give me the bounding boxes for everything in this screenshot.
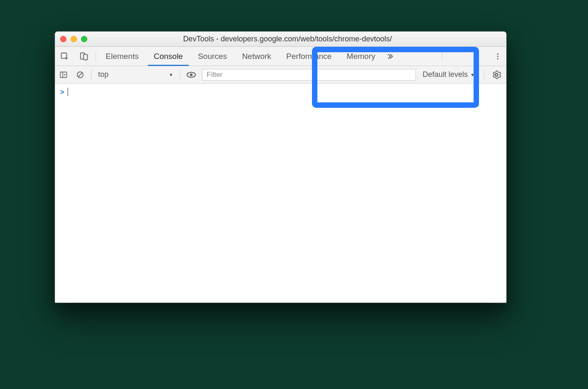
console-prompt[interactable]: > (57, 87, 504, 97)
svg-point-4 (497, 56, 498, 57)
settings-icon[interactable] (487, 70, 506, 79)
window-title: DevTools - developers.google.com/web/too… (95, 35, 501, 43)
tab-label: Console (154, 52, 183, 61)
filter-wrap: Filter (200, 69, 416, 81)
tab-network[interactable]: Network (235, 47, 279, 66)
live-expression-icon[interactable] (183, 70, 200, 80)
svg-point-12 (495, 74, 498, 76)
zoom-window-button[interactable] (81, 36, 87, 42)
show-sidebar-icon[interactable] (55, 71, 72, 79)
tab-performance[interactable]: Performance (279, 47, 339, 66)
panel-tab-bar: Elements Console Sources Network Perform… (55, 47, 506, 66)
tab-memory[interactable]: Memory (339, 47, 383, 66)
separator (96, 51, 96, 61)
tab-label: Sources (198, 52, 227, 61)
title-bar: DevTools - developers.google.com/web/too… (55, 32, 506, 47)
dropdown-caret-icon: ▼ (169, 72, 173, 77)
minimize-window-button[interactable] (71, 36, 77, 42)
console-body[interactable]: > (55, 84, 506, 303)
separator (91, 70, 91, 80)
svg-rect-2 (84, 54, 87, 60)
close-window-button[interactable] (60, 36, 66, 42)
tab-label: Elements (106, 52, 139, 61)
separator (442, 51, 442, 61)
input-caret (68, 88, 68, 96)
overflow-icon[interactable] (383, 47, 397, 66)
context-selector-label: top (98, 70, 109, 79)
clear-console-icon[interactable] (72, 71, 89, 79)
kebab-menu-icon[interactable] (489, 47, 506, 66)
inspect-icon[interactable] (55, 47, 74, 66)
separator (180, 70, 180, 80)
log-levels-dropdown[interactable]: Default levels ▼ (416, 70, 482, 79)
context-selector[interactable]: top ▼ (94, 70, 177, 79)
prompt-chevron-icon: > (60, 88, 64, 96)
tab-label: Performance (286, 52, 332, 61)
svg-rect-6 (61, 72, 67, 77)
tab-elements[interactable]: Elements (98, 47, 146, 66)
tab-label: Memory (347, 52, 375, 61)
console-toolbar: top ▼ Filter Default levels ▼ (55, 66, 506, 84)
tab-label: Network (242, 52, 271, 61)
separator (484, 70, 484, 80)
dropdown-caret-icon: ▼ (470, 72, 475, 77)
tab-sources[interactable]: Sources (190, 47, 235, 66)
filter-input[interactable]: Filter (202, 69, 416, 81)
log-levels-label: Default levels (423, 70, 468, 79)
traffic-lights (60, 36, 87, 42)
svg-line-9 (78, 73, 82, 77)
svg-point-11 (190, 73, 193, 76)
tab-console[interactable]: Console (146, 47, 190, 66)
device-toggle-icon[interactable] (74, 47, 94, 66)
devtools-window: DevTools - developers.google.com/web/too… (55, 31, 507, 303)
filter-placeholder: Filter (207, 71, 223, 79)
svg-point-5 (497, 58, 498, 59)
svg-point-3 (497, 53, 498, 54)
